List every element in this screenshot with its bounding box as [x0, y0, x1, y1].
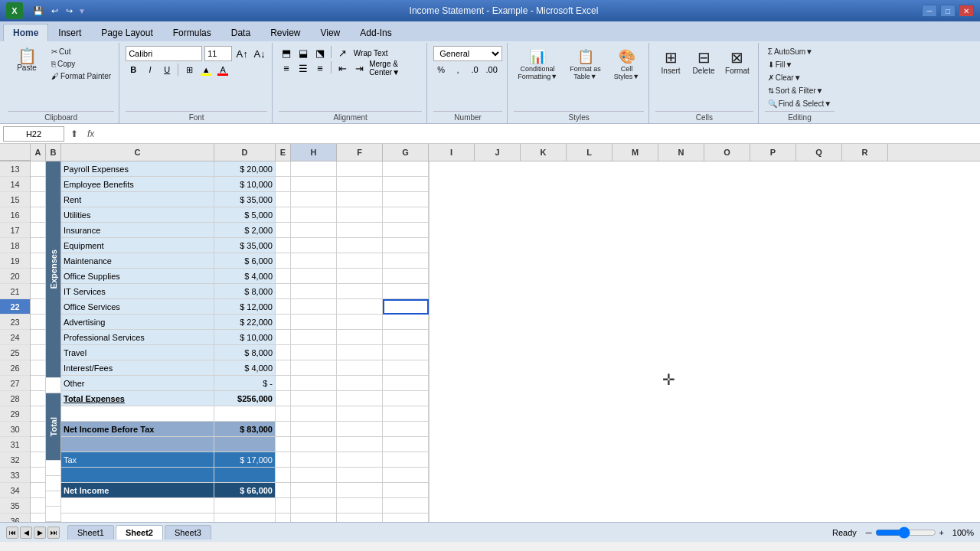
- cell-h32[interactable]: [383, 452, 429, 468]
- cell-g32[interactable]: [337, 452, 383, 468]
- wrap-text-button[interactable]: Wrap Text: [351, 46, 390, 60]
- first-sheet-button[interactable]: ⏮: [6, 527, 18, 539]
- cell-h14[interactable]: [383, 177, 429, 192]
- clear-button[interactable]: ✗ Clear▼: [765, 72, 805, 83]
- row-header-28[interactable]: 28: [0, 391, 30, 406]
- cell-g29[interactable]: [337, 406, 383, 422]
- cell-g23[interactable]: [337, 315, 383, 330]
- col-header-o[interactable]: O: [704, 144, 750, 161]
- cell-f32[interactable]: [291, 452, 337, 468]
- cell-d30[interactable]: $ 83,000: [214, 422, 276, 437]
- increase-decimal-button[interactable]: .00: [484, 63, 499, 77]
- cell-h30[interactable]: [383, 422, 429, 437]
- cell-e17[interactable]: [276, 223, 291, 238]
- cell-a35[interactable]: [31, 498, 46, 514]
- cell-f33[interactable]: [291, 468, 337, 483]
- redo-button[interactable]: ↪: [64, 5, 75, 17]
- tab-review[interactable]: Review: [260, 24, 310, 41]
- cell-a13[interactable]: [31, 161, 46, 177]
- cell-d34[interactable]: $ 66,000: [214, 483, 276, 498]
- cell-g27[interactable]: [337, 376, 383, 391]
- next-sheet-button[interactable]: ▶: [34, 527, 46, 539]
- number-format-select[interactable]: General Number Currency: [433, 46, 502, 61]
- undo-button[interactable]: ↩: [49, 5, 60, 17]
- col-header-p[interactable]: P: [750, 144, 796, 161]
- cell-d23[interactable]: $ 22,000: [214, 315, 276, 330]
- insert-button[interactable]: ⊞ Insert: [655, 46, 686, 77]
- cell-g15[interactable]: [337, 192, 383, 207]
- align-left-button[interactable]: ≡: [279, 61, 294, 75]
- cell-h27[interactable]: [383, 376, 429, 391]
- cell-h22[interactable]: [383, 299, 429, 315]
- cell-c20[interactable]: Office Supplies: [61, 269, 214, 284]
- tab-add-ins[interactable]: Add-Ins: [350, 24, 401, 41]
- cell-f19[interactable]: [291, 253, 337, 269]
- cell-c28[interactable]: Total Expenses: [61, 391, 214, 406]
- cell-f24[interactable]: [291, 330, 337, 345]
- cell-d20[interactable]: $ 4,000: [214, 269, 276, 284]
- cell-d19[interactable]: $ 6,000: [214, 253, 276, 269]
- row-header-15[interactable]: 15: [0, 192, 30, 207]
- cell-g22[interactable]: [337, 299, 383, 315]
- cell-h18[interactable]: [383, 238, 429, 253]
- sheet-tab-3[interactable]: Sheet3: [165, 525, 211, 540]
- cell-g13[interactable]: [337, 161, 383, 177]
- formula-input[interactable]: [100, 126, 977, 142]
- cell-h16[interactable]: [383, 207, 429, 223]
- row-header-31[interactable]: 31: [0, 437, 30, 452]
- cell-f30[interactable]: [291, 422, 337, 437]
- cell-b38[interactable]: [46, 507, 61, 522]
- cell-e32[interactable]: [276, 452, 291, 468]
- row-header-19[interactable]: 19: [0, 253, 30, 269]
- col-header-i[interactable]: I: [429, 144, 475, 161]
- cell-d18[interactable]: $ 35,000: [214, 238, 276, 253]
- cell-e20[interactable]: [276, 269, 291, 284]
- cell-a15[interactable]: [31, 192, 46, 207]
- cell-e27[interactable]: [276, 376, 291, 391]
- row-header-33[interactable]: 33: [0, 468, 30, 483]
- cell-e24[interactable]: [276, 330, 291, 345]
- cell-c23[interactable]: Advertising: [61, 315, 214, 330]
- bold-button[interactable]: B: [126, 63, 141, 77]
- cell-c36[interactable]: [61, 514, 214, 522]
- cell-f34[interactable]: [291, 483, 337, 498]
- align-center-button[interactable]: ☰: [296, 61, 311, 75]
- zoom-out-button[interactable]: ─: [866, 528, 872, 537]
- paste-button[interactable]: 📋 Paste: [8, 46, 46, 74]
- cell-a22[interactable]: [31, 299, 46, 315]
- decrease-decimal-button[interactable]: .0: [467, 63, 482, 77]
- col-header-n[interactable]: N: [658, 144, 704, 161]
- align-top-left-button[interactable]: ⬒: [279, 46, 294, 60]
- cell-b36[interactable]: [46, 476, 61, 491]
- cell-g20[interactable]: [337, 269, 383, 284]
- cell-g19[interactable]: [337, 253, 383, 269]
- cell-e33[interactable]: [276, 468, 291, 483]
- find-select-button[interactable]: 🔍 Find & Select▼: [765, 98, 835, 109]
- fill-button[interactable]: ⬇ Fill▼: [765, 59, 796, 70]
- cell-a26[interactable]: [31, 360, 46, 376]
- cell-h29[interactable]: [383, 406, 429, 422]
- autosum-button[interactable]: Σ AutoSum▼: [765, 46, 816, 57]
- cell-a24[interactable]: [31, 330, 46, 345]
- cell-a16[interactable]: [31, 207, 46, 223]
- cell-c18[interactable]: Equipment: [61, 238, 214, 253]
- cell-e34[interactable]: [276, 483, 291, 498]
- col-header-c[interactable]: C: [61, 144, 214, 161]
- cell-g21[interactable]: [337, 284, 383, 299]
- cell-a20[interactable]: [31, 269, 46, 284]
- cell-c32[interactable]: Tax: [61, 452, 214, 468]
- cell-a23[interactable]: [31, 315, 46, 330]
- cell-a18[interactable]: [31, 238, 46, 253]
- cell-h24[interactable]: [383, 330, 429, 345]
- col-header-m[interactable]: M: [612, 144, 658, 161]
- cell-e21[interactable]: [276, 284, 291, 299]
- cell-g36[interactable]: [337, 514, 383, 522]
- cell-g34[interactable]: [337, 483, 383, 498]
- row-header-32[interactable]: 32: [0, 452, 30, 468]
- format-painter-button[interactable]: 🖌Format Painter: [48, 70, 114, 82]
- cell-h20[interactable]: [383, 269, 429, 284]
- cell-f36[interactable]: [291, 514, 337, 522]
- cell-e13[interactable]: [276, 161, 291, 177]
- cell-g16[interactable]: [337, 207, 383, 223]
- cell-c34[interactable]: Net Income: [61, 483, 214, 498]
